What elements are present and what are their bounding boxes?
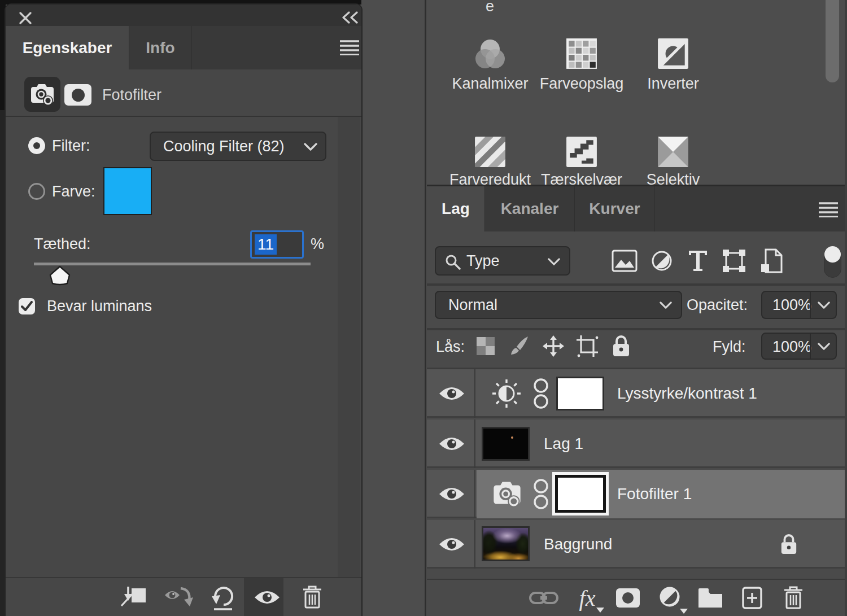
filter-adjustment-layers-icon[interactable] — [644, 243, 680, 279]
close-icon[interactable] — [18, 11, 33, 25]
lock-transparency-icon[interactable] — [470, 329, 501, 364]
color-swatch[interactable] — [103, 167, 152, 215]
layer-filter-select[interactable]: Type — [435, 246, 570, 276]
filter-shape-layers-icon[interactable] — [716, 243, 752, 279]
filter-smart-object-icon[interactable] — [753, 243, 789, 279]
visibility-eye-icon[interactable] — [427, 470, 475, 518]
tab-lag[interactable]: Lag — [427, 186, 484, 231]
opacity-value: 100% — [772, 292, 811, 318]
adjustment-inverter-icon[interactable] — [625, 37, 721, 72]
layer-name[interactable]: Lysstyrke/kontrast 1 — [617, 369, 757, 418]
scrollbar-thumb[interactable] — [826, 0, 839, 82]
photo-filter-icon — [492, 481, 522, 508]
layer-row-fotofilter[interactable]: Fotofilter 1 — [427, 470, 847, 518]
divider — [427, 283, 847, 286]
lock-pixels-brush-icon[interactable] — [504, 329, 535, 364]
color-label: Farve: — [52, 183, 95, 200]
layer-row-lysstyrke[interactable]: Lysstyrke/kontrast 1 — [427, 369, 847, 418]
lock-artboard-icon[interactable] — [571, 329, 603, 364]
opacity-select[interactable]: 100% — [761, 291, 837, 319]
adjustment-kanalmixer-icon[interactable] — [442, 37, 538, 75]
density-slider-handle[interactable] — [49, 265, 71, 286]
tab-egenskaber[interactable]: Egenskaber — [6, 26, 129, 69]
filter-toggle-switch[interactable] — [824, 246, 841, 278]
layer-row-baggrund[interactable]: Baggrund — [427, 520, 847, 569]
chevron-down-icon — [818, 302, 830, 309]
layer-name[interactable]: Baggrund — [544, 520, 612, 569]
panel-menu-icon[interactable] — [819, 202, 838, 217]
tab-info-label: Info — [146, 39, 174, 57]
adjustment-title: Fotofilter — [102, 69, 161, 120]
filter-select-value: Cooling Filter (82) — [163, 133, 285, 160]
properties-panel: Egenskaber Info Fotofilter Filter: Cooli… — [6, 5, 361, 616]
new-group-folder-button[interactable] — [692, 580, 728, 616]
link-layers-button[interactable] — [526, 580, 562, 616]
checkmark-icon — [21, 301, 33, 312]
panel-menu-icon[interactable] — [340, 40, 359, 55]
add-adjustment-button[interactable] — [652, 580, 688, 616]
tab-kanaler[interactable]: Kanaler — [484, 186, 575, 231]
properties-scrollbar-track[interactable] — [338, 117, 360, 577]
filter-type-layers-icon[interactable] — [680, 243, 716, 279]
adjustment-farveredukt-icon[interactable] — [442, 136, 538, 171]
background-thumbnail[interactable] — [482, 526, 530, 561]
brightness-contrast-icon — [491, 378, 522, 409]
reset-button[interactable] — [206, 578, 240, 616]
layer-thumbnail[interactable] — [482, 427, 530, 461]
adjustment-farveopslag-icon[interactable] — [534, 37, 630, 72]
layer-mask-thumbnail[interactable] — [556, 377, 604, 410]
lock-position-move-icon[interactable] — [538, 329, 569, 364]
lock-all-padlock-icon[interactable] — [605, 329, 637, 364]
layer-name[interactable]: Fotofilter 1 — [617, 470, 692, 518]
color-radio[interactable] — [28, 183, 45, 200]
opacity-label: Opacitet: — [687, 296, 748, 313]
adjustment-header-row: Fotofilter — [6, 69, 361, 120]
new-layer-button[interactable] — [734, 580, 770, 616]
layer-filter-value: Type — [466, 252, 500, 270]
filter-label: Filter: — [52, 137, 90, 154]
visibility-eye-icon[interactable] — [427, 369, 475, 418]
screen-left-edge-top — [0, 0, 6, 110]
delete-layer-button[interactable] — [775, 580, 811, 616]
blend-mode-select[interactable]: Normal — [435, 291, 682, 319]
filter-pixel-layers-icon[interactable] — [606, 243, 643, 279]
layer-style-fx-button[interactable]: fx — [569, 580, 605, 616]
adjustment-inverter-label[interactable]: Inverter — [611, 75, 735, 93]
photo-filter-camera-icon — [30, 84, 55, 106]
mask-link-icon[interactable] — [532, 377, 550, 410]
layers-tab-bar: Lag Kanaler Kurver — [427, 186, 847, 231]
tab-lag-label: Lag — [442, 200, 470, 218]
tab-info[interactable]: Info — [129, 26, 192, 69]
delete-adjustment-button[interactable] — [295, 578, 329, 616]
fill-select[interactable]: 100% — [761, 333, 837, 360]
density-slider-track[interactable] — [34, 263, 311, 265]
layer-name[interactable]: Lag 1 — [544, 420, 583, 468]
adjustment-selektiv-icon[interactable] — [625, 136, 721, 171]
chevron-down-icon — [304, 143, 317, 151]
chevron-down-icon — [548, 258, 560, 266]
add-mask-button[interactable] — [610, 580, 646, 616]
mask-link-icon[interactable] — [532, 477, 550, 511]
fill-label: Fyld: — [713, 338, 746, 355]
filter-select[interactable]: Cooling Filter (82) — [150, 132, 326, 161]
preserve-luminance-checkbox[interactable] — [19, 298, 35, 314]
layer-lock-icon — [780, 534, 798, 555]
collapse-panel-icon[interactable] — [341, 11, 359, 24]
view-previous-state-button[interactable] — [163, 578, 197, 616]
visibility-eye-icon[interactable] — [427, 520, 475, 569]
density-input[interactable]: 11 — [250, 230, 304, 259]
adjustment-taerskelvaer-icon[interactable] — [534, 136, 630, 171]
tab-kurver[interactable]: Kurver — [575, 186, 655, 231]
selected-mask-frame — [552, 472, 609, 515]
panel-divider[interactable] — [425, 0, 426, 616]
properties-tab-bar: Egenskaber Info — [6, 26, 361, 69]
fill-value: 100% — [772, 334, 811, 360]
photo-filter-button[interactable] — [24, 77, 60, 112]
visibility-eye-icon[interactable] — [427, 420, 475, 468]
divider — [6, 116, 361, 117]
visibility-eye-button[interactable] — [250, 578, 284, 616]
layer-row-lag1[interactable]: Lag 1 — [427, 420, 847, 468]
filter-radio[interactable] — [28, 137, 45, 154]
mask-chip-icon[interactable] — [64, 84, 91, 106]
clip-to-layer-button[interactable] — [116, 578, 150, 616]
